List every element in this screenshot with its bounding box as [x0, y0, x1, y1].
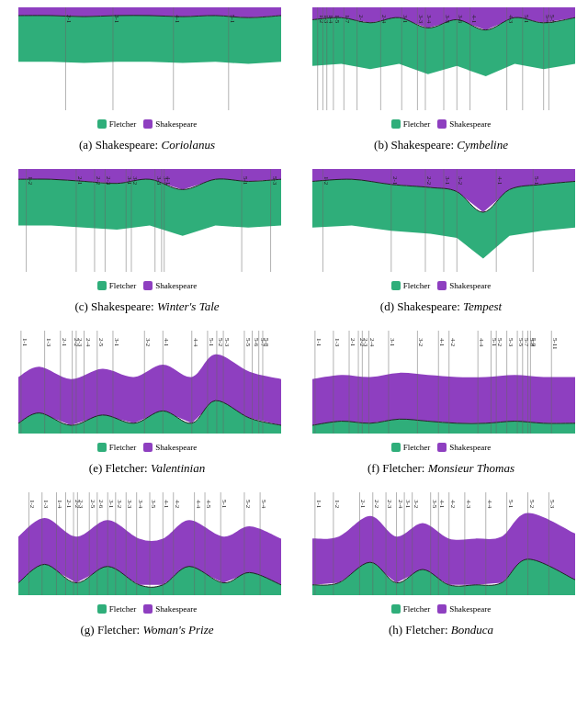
- legend-swatch-fletcher: [97, 119, 107, 129]
- scene-label: 2-2: [425, 176, 433, 186]
- scene-label: 4-1: [163, 338, 170, 347]
- scene-label: 5-1: [242, 176, 249, 186]
- legend-label-shakespeare: Shakespeare: [449, 604, 491, 614]
- caption-tag: (f): [368, 461, 379, 475]
- scene-label: 1-3: [42, 500, 50, 509]
- scene-label: 5-2: [217, 338, 224, 347]
- scene-label: 2-1: [76, 176, 84, 186]
- caption-tag: (d): [380, 299, 394, 313]
- scene-label: 5-3: [548, 500, 556, 509]
- caption: (d) Shakespeare: Tempest: [380, 299, 502, 314]
- legend-swatch-fletcher: [391, 443, 401, 452]
- scene-label: 5-8: [263, 338, 270, 347]
- chart: 1-22-12-22-33-13-23-33-44-15-15-3Fletche…: [9, 165, 285, 294]
- chart-plot: 1-22-12-22-33-13-23-33-44-15-15-3: [18, 169, 281, 272]
- caption-play: Woman's Prize: [142, 623, 213, 637]
- scene-label: 2-1: [391, 176, 399, 186]
- scene-label: 4-3: [465, 500, 472, 509]
- scene-label: 3-3: [126, 500, 133, 509]
- caption-author: Shakespeare:: [91, 299, 154, 313]
- scene-label: 1-2: [334, 500, 341, 509]
- scene-label: 2-5: [89, 500, 96, 509]
- caption: (e) Fletcher: Valentinian: [89, 461, 205, 476]
- scene-label: 2-1: [349, 338, 356, 347]
- legend-item-shakespeare: Shakespeare: [143, 443, 197, 452]
- scene-label: 1-5: [334, 15, 341, 24]
- legend: FletcherShakespeare: [303, 443, 579, 454]
- legend-swatch-shakespeare: [437, 443, 447, 452]
- scene-label: 2-4: [85, 338, 92, 347]
- legend-label-shakespeare: Shakespeare: [449, 119, 491, 129]
- scene-label: 2-4: [397, 500, 404, 509]
- chart-plot: 2-13-14-15-1: [18, 7, 281, 110]
- legend-label-shakespeare: Shakespeare: [155, 604, 197, 614]
- caption-tag: (b): [374, 138, 388, 152]
- scene-label: 1-1: [21, 338, 28, 347]
- scene-label: 2-4: [368, 338, 376, 347]
- scene-label: 3-2: [413, 500, 420, 509]
- legend-label-fletcher: Fletcher: [109, 281, 137, 290]
- figure-cell: 1-11-22-12-22-32-43-13-23-54-14-24-34-45…: [298, 489, 584, 647]
- caption: (f) Fletcher: Monsieur Thomas: [368, 461, 514, 476]
- legend-label-fletcher: Fletcher: [403, 119, 431, 129]
- legend-swatch-fletcher: [391, 119, 401, 129]
- scene-label: 3-2: [144, 338, 152, 347]
- chart: 1-11-22-12-22-32-43-13-23-54-14-24-34-45…: [303, 489, 579, 617]
- scene-label: 2-1: [359, 500, 367, 509]
- scene-label: 4-1: [438, 500, 446, 509]
- scene-label: 3-1: [113, 15, 120, 24]
- scene-label: 3-4: [137, 500, 144, 509]
- scene-label: 5-1: [523, 15, 530, 24]
- chart: 1-11-32-12-22-32-42-53-13-24-14-45-15-25…: [9, 327, 285, 456]
- scene-label: 1-3: [334, 338, 341, 347]
- caption-author: Shakespeare:: [397, 299, 460, 313]
- scene-label: 2-3: [105, 176, 112, 186]
- area-shakespeare: [312, 373, 575, 425]
- scene-label: 5-2: [244, 500, 252, 509]
- scene-label: 5-9: [530, 338, 537, 347]
- scene-label: 2-1: [65, 15, 73, 24]
- caption-author: Shakespeare:: [390, 138, 454, 152]
- scene-label: 5-1: [229, 15, 236, 24]
- scene-label: 3-1: [389, 338, 396, 347]
- legend-item-fletcher: Fletcher: [391, 281, 431, 290]
- caption: (c) Shakespeare: Winter's Tale: [74, 299, 219, 314]
- scene-label: 2-1: [357, 15, 365, 24]
- scene-label: 3-1: [401, 15, 409, 24]
- chart-plot: 1-22-12-23-13-24-15-1: [312, 169, 575, 272]
- scene-label: 2-2: [373, 500, 380, 509]
- legend-swatch-shakespeare: [437, 604, 447, 614]
- scene-label: 3-5: [431, 500, 438, 509]
- chart: 1-21-31-41-51-72-12-43-13-33-43-53-64-14…: [303, 4, 579, 132]
- figure-cell: 1-22-12-22-33-13-23-33-44-15-15-3Fletche…: [4, 165, 290, 323]
- chart: 2-13-14-15-1FletcherShakespeare: [9, 4, 285, 132]
- legend-label-shakespeare: Shakespeare: [155, 443, 197, 452]
- legend-item-fletcher: Fletcher: [391, 604, 431, 614]
- figure-grid: 2-13-14-15-1FletcherShakespeare(a) Shake…: [0, 0, 588, 650]
- scene-label: 5-6: [253, 338, 260, 347]
- scene-label: 3-3: [417, 15, 424, 24]
- scene-label: 2-3: [77, 500, 85, 509]
- legend-swatch-shakespeare: [143, 604, 153, 614]
- scene-label: 3-1: [404, 500, 412, 509]
- legend-swatch-fletcher: [97, 604, 107, 614]
- scene-label: 3-5: [150, 500, 157, 509]
- figure-cell: 1-22-12-23-13-24-15-1FletcherShakespeare…: [298, 165, 584, 323]
- scene-label: 4-4: [486, 500, 493, 509]
- caption: (h) Fletcher: Bonduca: [389, 623, 493, 637]
- legend-swatch-shakespeare: [437, 281, 447, 290]
- scene-label: 2-4: [380, 15, 388, 24]
- chart-plot: 1-21-31-42-12-22-32-52-63-13-23-33-43-54…: [18, 492, 281, 595]
- legend-label-fletcher: Fletcher: [403, 604, 431, 614]
- caption-play: Valentinian: [151, 461, 205, 475]
- scene-label: 5-1: [533, 176, 540, 186]
- scene-label: 5-3: [507, 338, 514, 347]
- legend-item-fletcher: Fletcher: [97, 443, 137, 452]
- legend: FletcherShakespeare: [9, 604, 285, 615]
- scene-label: 4-2: [449, 500, 457, 509]
- caption-tag: (g): [81, 623, 95, 637]
- scene-label: 2-3: [362, 338, 369, 347]
- area-fletcher: [18, 16, 281, 64]
- scene-label: 4-1: [174, 15, 181, 24]
- scene-label: 5-5: [244, 338, 252, 347]
